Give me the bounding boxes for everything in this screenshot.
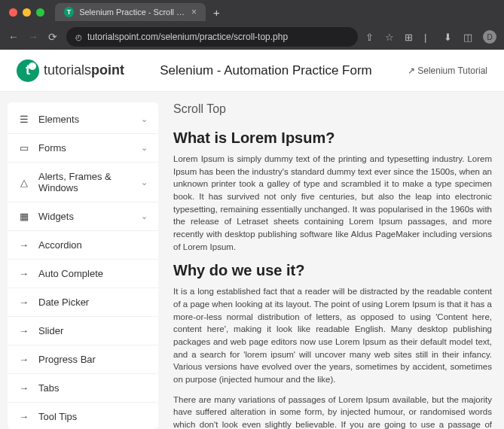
close-tab-icon[interactable]: × [191, 7, 197, 17]
sidebar-item-auto-complete[interactable]: →Auto Complete [8, 260, 158, 288]
address-bar: ← → ⟳ ◴ tutorialspoint.com/selenium/prac… [0, 24, 504, 50]
sidebar-item-date-picker[interactable]: →Date Picker [8, 288, 158, 317]
chevron-down-icon: ⌄ [141, 143, 148, 153]
arrow-right-icon: → [18, 411, 29, 422]
menu-icon: ☰ [18, 114, 29, 125]
sidebar-item-label: Slider [38, 325, 148, 336]
arrow-right-icon: → [18, 325, 29, 336]
tab-title: Selenium Practice - Scroll To… [79, 8, 186, 17]
sidebar-item-slider[interactable]: →Slider [8, 317, 158, 345]
page-heading: Scroll Top [173, 102, 492, 116]
section-heading-2: Why do we use it? [173, 262, 492, 279]
paragraph: It is a long established fact that a rea… [173, 285, 492, 385]
arrow-right-icon: → [18, 382, 29, 394]
sidebar-group-label: Alerts, Frames & Windows [38, 171, 132, 193]
reload-icon[interactable]: ⟳ [47, 31, 59, 43]
sidebar-group-elements[interactable]: ☰Elements⌄ [8, 105, 158, 134]
sidebar-item-tabs[interactable]: →Tabs [8, 374, 158, 403]
close-dot[interactable] [9, 8, 17, 17]
profile-icon[interactable]: D [483, 30, 496, 44]
share-icon[interactable]: ⇧ [365, 32, 377, 43]
section-heading-1: What is Lorem Ipsum? [173, 129, 492, 147]
minimize-dot[interactable] [23, 8, 31, 17]
grid-icon: ▦ [18, 211, 29, 222]
logo-icon: t [17, 59, 39, 82]
site-header: t tutorialspoint Selenium - Automation P… [0, 50, 504, 92]
sidebar-item-label: Tabs [38, 382, 148, 394]
sidebar-item-label: Tool Tips [38, 411, 148, 422]
new-tab-button[interactable]: + [213, 6, 220, 19]
forward-icon[interactable]: → [27, 31, 39, 43]
sidebar-item-label: Auto Complete [38, 268, 148, 279]
chevron-down-icon: ⌄ [141, 178, 148, 187]
sidebar-item-accordion[interactable]: →Accordion [8, 231, 158, 260]
arrow-right-icon: → [18, 239, 29, 251]
favicon-icon: T [64, 7, 74, 17]
download-icon[interactable]: ⬇ [444, 32, 456, 43]
site-info-icon[interactable]: ◴ [75, 33, 82, 41]
sidebar-item-tool-tips[interactable]: →Tool Tips [8, 403, 158, 429]
panel-icon[interactable]: ◫ [463, 32, 475, 43]
logo-text: tutorialspoint [44, 62, 124, 78]
tutorial-link[interactable]: ↗ Selenium Tutorial [408, 65, 487, 76]
sidebar-item-label: Date Picker [38, 297, 148, 308]
arrow-right-icon: → [18, 268, 29, 279]
sidebar-group-label: Forms [38, 142, 132, 154]
arrow-right-icon: → [18, 297, 29, 308]
page-title: Selenium - Automation Practice Form [160, 63, 372, 78]
sidebar-item-progress-bar[interactable]: →Progress Bar [8, 345, 158, 374]
back-icon[interactable]: ← [8, 31, 20, 43]
sidebar-group-alerts-frames-windows[interactable]: △Alerts, Frames & Windows⌄ [8, 163, 158, 202]
sidebar-item-label: Accordion [38, 239, 148, 251]
chevron-down-icon: ⌄ [141, 114, 148, 124]
form-icon: ▭ [18, 142, 29, 154]
bell-icon: △ [18, 177, 29, 188]
maximize-dot[interactable] [36, 8, 44, 17]
content-area: Scroll Top What is Lorem Ipsum? Lorem Ip… [169, 102, 496, 429]
logo[interactable]: t tutorialspoint [17, 59, 124, 82]
chevron-down-icon: ⌄ [141, 211, 148, 221]
divider-icon: | [424, 32, 436, 43]
paragraph: Lorem Ipsum is simply dummy text of the … [173, 153, 492, 253]
sidebar-group-label: Elements [38, 114, 132, 125]
window-titlebar: T Selenium Practice - Scroll To… × + [0, 0, 504, 24]
sidebar-group-label: Widgets [38, 211, 132, 222]
sidebar-group-forms[interactable]: ▭Forms⌄ [8, 134, 158, 163]
main-layout: ☰Elements⌄▭Forms⌄△Alerts, Frames & Windo… [0, 92, 504, 429]
arrow-right-icon: → [18, 354, 29, 365]
url-field[interactable]: ◴ tutorialspoint.com/selenium/practice/s… [66, 27, 358, 47]
browser-tab[interactable]: T Selenium Practice - Scroll To… × [55, 3, 206, 21]
extensions-icon[interactable]: ⊞ [405, 32, 417, 43]
sidebar-item-label: Progress Bar [38, 354, 148, 365]
paragraph: There are many variations of passages of… [173, 394, 492, 429]
bookmark-icon[interactable]: ☆ [385, 32, 397, 43]
sidebar: ☰Elements⌄▭Forms⌄△Alerts, Frames & Windo… [8, 102, 158, 429]
window-controls [9, 8, 44, 17]
sidebar-group-widgets[interactable]: ▦Widgets⌄ [8, 202, 158, 231]
url-text: tutorialspoint.com/selenium/practice/scr… [87, 32, 288, 42]
external-link-icon: ↗ [408, 65, 415, 76]
